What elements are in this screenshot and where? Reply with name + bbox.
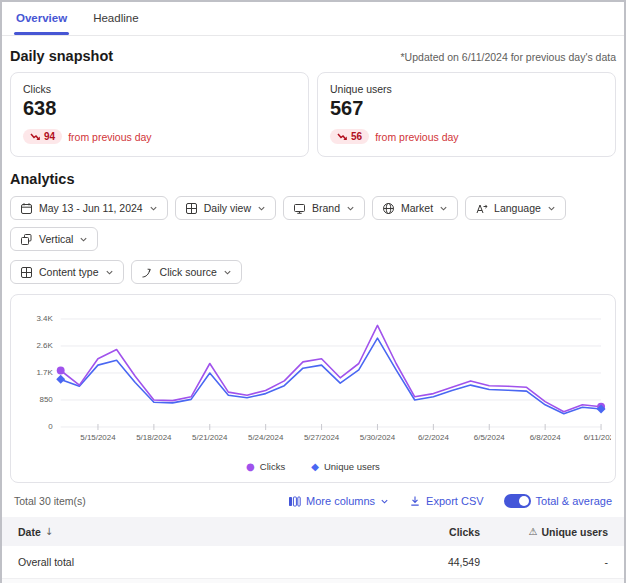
unique-users-card-label: Unique users (330, 83, 603, 95)
table-header: Date ↓ Clicks ⚠ Unique users (2, 517, 624, 546)
sort-desc-icon[interactable]: ↓ (45, 526, 53, 537)
grid-view-icon (20, 266, 33, 279)
category-icon (20, 233, 33, 246)
svg-text:6/11/2024: 6/11/2024 (584, 433, 611, 442)
tab-overview[interactable]: Overview (16, 12, 67, 35)
snapshot-cards: Clicks 638 94 from previous day Unique u… (10, 72, 616, 157)
filter-chip-label: Language (494, 202, 541, 214)
svg-text:5/15/2024: 5/15/2024 (80, 433, 116, 442)
filters-row-1: May 13 - Jun 11, 2024Daily viewBrandMark… (10, 196, 616, 251)
language-icon (475, 202, 488, 215)
warning-icon: ⚠ (529, 526, 538, 537)
tab-headline[interactable]: Headline (93, 12, 138, 35)
calendar-icon (20, 202, 33, 215)
filter-chip-market[interactable]: Market (372, 196, 458, 220)
chart-legend: ●Clicks◆Unique users (15, 461, 611, 476)
analytics-chart: 08501.7K2.6K3.4K5/15/20245/18/20245/21/2… (10, 294, 616, 483)
legend-marker-icon: ◆ (311, 461, 319, 472)
chevron-down-icon (105, 268, 114, 277)
chevron-down-icon (223, 268, 232, 277)
legend-item-unique-users[interactable]: ◆Unique users (311, 461, 380, 472)
toggle-switch[interactable] (504, 494, 531, 508)
table-row[interactable]: Overall average1,485- (2, 579, 624, 583)
filter-chip-language[interactable]: Language (465, 196, 566, 220)
trend-down-icon (337, 133, 348, 141)
svg-text:6/5/2024: 6/5/2024 (474, 433, 505, 442)
svg-text:0: 0 (48, 422, 53, 431)
column-clicks[interactable]: Clicks (350, 526, 480, 538)
monitor-icon (293, 202, 306, 215)
clicks-delta-badge: 94 (23, 129, 62, 144)
chevron-down-icon (547, 204, 556, 213)
cell-clicks: 44,549 (350, 556, 480, 568)
chevron-down-icon (380, 497, 389, 506)
filters-row-2: Content typeClick source (10, 260, 616, 284)
column-date[interactable]: Date (18, 526, 41, 538)
chevron-down-icon (439, 204, 448, 213)
filter-chip-label: Vertical (39, 233, 73, 245)
click-path-icon (141, 266, 154, 279)
svg-text:5/21/2024: 5/21/2024 (192, 433, 228, 442)
filter-chip-label: Brand (312, 202, 340, 214)
chevron-down-icon (149, 204, 158, 213)
svg-text:6/8/2024: 6/8/2024 (530, 433, 561, 442)
svg-text:3.4K: 3.4K (36, 314, 53, 323)
columns-icon (288, 495, 301, 508)
filter-chip-brand[interactable]: Brand (283, 196, 365, 220)
clicks-card-label: Clicks (23, 83, 296, 95)
column-unique-users[interactable]: Unique users (541, 526, 608, 538)
total-items-text: Total 30 item(s) (14, 495, 86, 507)
svg-text:850: 850 (39, 395, 53, 404)
unique-users-delta-badge: 56 (330, 129, 369, 144)
analytics-title: Analytics (10, 171, 616, 187)
unique-users-delta-text: from previous day (375, 131, 458, 143)
svg-text:5/18/2024: 5/18/2024 (136, 433, 172, 442)
clicks-delta-text: from previous day (68, 131, 151, 143)
cell-unique-users: - (480, 556, 608, 568)
daily-snapshot-title: Daily snapshot (10, 48, 113, 64)
table-body: Overall total44,549-Overall average1,485… (2, 546, 624, 583)
unique-users-card-value: 567 (330, 97, 603, 120)
filter-chip-label: May 13 - Jun 11, 2024 (39, 202, 143, 214)
more-columns-button[interactable]: More columns (288, 495, 389, 508)
trend-down-icon (30, 133, 41, 141)
filter-chip-label: Content type (39, 266, 99, 278)
legend-marker-icon: ● (246, 461, 255, 472)
svg-text:6/2/2024: 6/2/2024 (418, 433, 449, 442)
filter-chip-label: Market (401, 202, 433, 214)
chevron-down-icon (79, 235, 88, 244)
download-icon (409, 495, 421, 507)
total-average-toggle[interactable]: Total & average (504, 494, 612, 508)
clicks-card: Clicks 638 94 from previous day (10, 72, 309, 157)
svg-text:5/30/2024: 5/30/2024 (360, 433, 396, 442)
table-row[interactable]: Overall total44,549- (2, 546, 624, 579)
unique-users-card: Unique users 567 56 from previous day (317, 72, 616, 157)
filter-chip-vertical[interactable]: Vertical (10, 227, 98, 251)
filter-chip-content-type[interactable]: Content type (10, 260, 124, 284)
svg-text:5/24/2024: 5/24/2024 (248, 433, 284, 442)
filter-chip-may-13-jun-11-2024[interactable]: May 13 - Jun 11, 2024 (10, 196, 168, 220)
svg-text:5/27/2024: 5/27/2024 (304, 433, 340, 442)
tab-bar: Overview Headline (2, 2, 624, 36)
cell-date: Overall total (18, 556, 350, 568)
line-chart: 08501.7K2.6K3.4K5/15/20245/18/20245/21/2… (15, 309, 611, 459)
updated-note: *Updated on 6/11/2024 for previous day's… (401, 51, 616, 63)
svg-text:2.6K: 2.6K (36, 341, 53, 350)
grid-view-icon (185, 202, 198, 215)
legend-item-clicks[interactable]: ●Clicks (246, 461, 285, 472)
filter-chip-label: Daily view (204, 202, 251, 214)
chevron-down-icon (346, 204, 355, 213)
filter-chip-click-source[interactable]: Click source (131, 260, 242, 284)
svg-text:1.7K: 1.7K (36, 368, 53, 377)
chevron-down-icon (257, 204, 266, 213)
filter-chip-daily-view[interactable]: Daily view (175, 196, 276, 220)
globe-icon (382, 202, 395, 215)
filter-chip-label: Click source (160, 266, 217, 278)
clicks-card-value: 638 (23, 97, 296, 120)
export-csv-button[interactable]: Export CSV (409, 495, 483, 507)
